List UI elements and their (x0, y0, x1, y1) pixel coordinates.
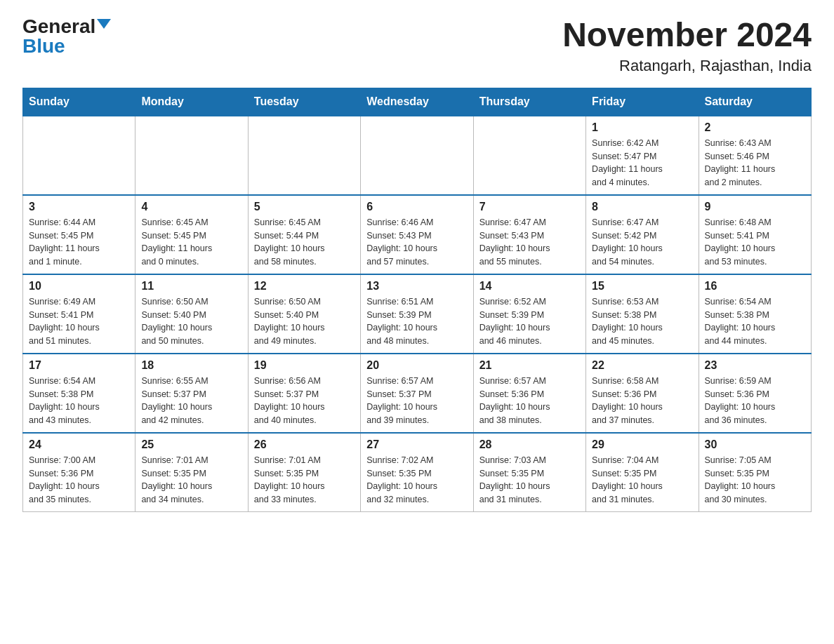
calendar-day-cell: 7Sunrise: 6:47 AMSunset: 5:43 PMDaylight… (473, 195, 585, 274)
calendar-header-row: SundayMondayTuesdayWednesdayThursdayFrid… (23, 88, 812, 116)
header: General Blue November 2024 Ratangarh, Ra… (22, 17, 812, 75)
calendar-week-row: 24Sunrise: 7:00 AMSunset: 5:36 PMDayligh… (23, 433, 812, 512)
day-number: 2 (705, 121, 805, 134)
day-number: 28 (479, 438, 580, 451)
day-number: 6 (366, 201, 467, 213)
day-number: 1 (592, 121, 692, 134)
day-info: Sunrise: 6:59 AMSunset: 5:36 PMDaylight:… (705, 375, 805, 427)
logo: General Blue (22, 17, 111, 56)
calendar-weekday-header: Wednesday (361, 88, 473, 116)
calendar-day-cell: 24Sunrise: 7:00 AMSunset: 5:36 PMDayligh… (23, 433, 135, 512)
calendar-day-cell: 23Sunrise: 6:59 AMSunset: 5:36 PMDayligh… (699, 354, 811, 433)
calendar-day-cell: 27Sunrise: 7:02 AMSunset: 5:35 PMDayligh… (361, 433, 473, 512)
title-area: November 2024 Ratangarh, Rajasthan, Indi… (562, 17, 812, 75)
day-number: 16 (705, 280, 805, 293)
day-number: 18 (141, 359, 241, 372)
day-number: 17 (29, 359, 129, 372)
calendar-week-row: 1Sunrise: 6:42 AMSunset: 5:47 PMDaylight… (23, 116, 812, 195)
calendar-weekday-header: Saturday (699, 88, 811, 116)
day-info: Sunrise: 6:50 AMSunset: 5:40 PMDaylight:… (254, 295, 355, 348)
day-number: 27 (366, 438, 467, 451)
calendar-table: SundayMondayTuesdayWednesdayThursdayFrid… (22, 88, 812, 512)
day-number: 5 (254, 201, 355, 213)
day-info: Sunrise: 6:50 AMSunset: 5:40 PMDaylight:… (141, 295, 241, 348)
logo-triangle-icon (97, 19, 111, 29)
calendar-day-cell: 21Sunrise: 6:57 AMSunset: 5:36 PMDayligh… (473, 354, 585, 433)
day-number: 23 (705, 359, 805, 372)
day-number: 21 (479, 359, 580, 372)
day-info: Sunrise: 7:02 AMSunset: 5:35 PMDaylight:… (366, 454, 467, 507)
day-info: Sunrise: 6:48 AMSunset: 5:41 PMDaylight:… (705, 216, 805, 269)
day-number: 22 (592, 359, 692, 372)
calendar-day-cell: 16Sunrise: 6:54 AMSunset: 5:38 PMDayligh… (699, 274, 811, 354)
day-number: 19 (254, 359, 355, 372)
calendar-day-cell (473, 116, 585, 195)
calendar-day-cell: 18Sunrise: 6:55 AMSunset: 5:37 PMDayligh… (135, 354, 248, 433)
day-number: 7 (479, 201, 580, 213)
calendar-day-cell: 1Sunrise: 6:42 AMSunset: 5:47 PMDaylight… (586, 116, 699, 195)
day-info: Sunrise: 6:52 AMSunset: 5:39 PMDaylight:… (479, 295, 580, 348)
day-info: Sunrise: 7:00 AMSunset: 5:36 PMDaylight:… (29, 454, 129, 507)
calendar-day-cell: 28Sunrise: 7:03 AMSunset: 5:35 PMDayligh… (473, 433, 585, 512)
day-number: 12 (254, 280, 355, 293)
calendar-day-cell: 13Sunrise: 6:51 AMSunset: 5:39 PMDayligh… (361, 274, 473, 354)
calendar-day-cell: 8Sunrise: 6:47 AMSunset: 5:42 PMDaylight… (586, 195, 699, 274)
day-number: 11 (141, 280, 241, 293)
calendar-day-cell: 26Sunrise: 7:01 AMSunset: 5:35 PMDayligh… (248, 433, 360, 512)
day-info: Sunrise: 6:56 AMSunset: 5:37 PMDaylight:… (254, 375, 355, 427)
calendar-week-row: 10Sunrise: 6:49 AMSunset: 5:41 PMDayligh… (23, 274, 812, 354)
calendar-day-cell: 30Sunrise: 7:05 AMSunset: 5:35 PMDayligh… (699, 433, 811, 512)
day-number: 8 (592, 201, 692, 213)
calendar-day-cell: 6Sunrise: 6:46 AMSunset: 5:43 PMDaylight… (361, 195, 473, 274)
calendar-day-cell: 10Sunrise: 6:49 AMSunset: 5:41 PMDayligh… (23, 274, 135, 354)
calendar-day-cell: 11Sunrise: 6:50 AMSunset: 5:40 PMDayligh… (135, 274, 248, 354)
day-info: Sunrise: 6:45 AMSunset: 5:44 PMDaylight:… (254, 216, 355, 269)
calendar-day-cell: 9Sunrise: 6:48 AMSunset: 5:41 PMDaylight… (699, 195, 811, 274)
calendar-body: 1Sunrise: 6:42 AMSunset: 5:47 PMDaylight… (23, 116, 812, 512)
day-number: 24 (29, 438, 129, 451)
day-number: 3 (29, 201, 129, 213)
month-title: November 2024 (562, 17, 812, 54)
day-number: 30 (705, 438, 805, 451)
day-info: Sunrise: 7:05 AMSunset: 5:35 PMDaylight:… (705, 454, 805, 507)
day-info: Sunrise: 7:03 AMSunset: 5:35 PMDaylight:… (479, 454, 580, 507)
day-number: 29 (592, 438, 692, 451)
day-number: 4 (141, 201, 241, 213)
day-info: Sunrise: 6:57 AMSunset: 5:36 PMDaylight:… (479, 375, 580, 427)
calendar-day-cell: 17Sunrise: 6:54 AMSunset: 5:38 PMDayligh… (23, 354, 135, 433)
location-title: Ratangarh, Rajasthan, India (562, 57, 812, 75)
day-info: Sunrise: 6:54 AMSunset: 5:38 PMDaylight:… (705, 295, 805, 348)
calendar-weekday-header: Sunday (23, 88, 135, 116)
calendar-day-cell: 20Sunrise: 6:57 AMSunset: 5:37 PMDayligh… (361, 354, 473, 433)
day-info: Sunrise: 7:01 AMSunset: 5:35 PMDaylight:… (141, 454, 241, 507)
calendar-weekday-header: Tuesday (248, 88, 360, 116)
calendar-day-cell: 4Sunrise: 6:45 AMSunset: 5:45 PMDaylight… (135, 195, 248, 274)
day-info: Sunrise: 6:49 AMSunset: 5:41 PMDaylight:… (29, 295, 129, 348)
calendar-day-cell: 12Sunrise: 6:50 AMSunset: 5:40 PMDayligh… (248, 274, 360, 354)
calendar-day-cell: 22Sunrise: 6:58 AMSunset: 5:36 PMDayligh… (586, 354, 699, 433)
day-number: 20 (366, 359, 467, 372)
day-info: Sunrise: 6:43 AMSunset: 5:46 PMDaylight:… (705, 137, 805, 189)
calendar-week-row: 17Sunrise: 6:54 AMSunset: 5:38 PMDayligh… (23, 354, 812, 433)
day-info: Sunrise: 6:57 AMSunset: 5:37 PMDaylight:… (366, 375, 467, 427)
day-info: Sunrise: 6:47 AMSunset: 5:42 PMDaylight:… (592, 216, 692, 269)
calendar-day-cell: 29Sunrise: 7:04 AMSunset: 5:35 PMDayligh… (586, 433, 699, 512)
calendar-day-cell: 2Sunrise: 6:43 AMSunset: 5:46 PMDaylight… (699, 116, 811, 195)
logo-general-text: General (22, 17, 95, 36)
day-info: Sunrise: 6:51 AMSunset: 5:39 PMDaylight:… (366, 295, 467, 348)
day-info: Sunrise: 7:01 AMSunset: 5:35 PMDaylight:… (254, 454, 355, 507)
day-info: Sunrise: 6:54 AMSunset: 5:38 PMDaylight:… (29, 375, 129, 427)
calendar-day-cell: 19Sunrise: 6:56 AMSunset: 5:37 PMDayligh… (248, 354, 360, 433)
calendar-day-cell (23, 116, 135, 195)
calendar-day-cell (361, 116, 473, 195)
day-info: Sunrise: 6:47 AMSunset: 5:43 PMDaylight:… (479, 216, 580, 269)
day-number: 14 (479, 280, 580, 293)
calendar-day-cell: 15Sunrise: 6:53 AMSunset: 5:38 PMDayligh… (586, 274, 699, 354)
day-info: Sunrise: 6:58 AMSunset: 5:36 PMDaylight:… (592, 375, 692, 427)
day-info: Sunrise: 6:42 AMSunset: 5:47 PMDaylight:… (592, 137, 692, 189)
calendar-weekday-header: Thursday (473, 88, 585, 116)
day-info: Sunrise: 6:45 AMSunset: 5:45 PMDaylight:… (141, 216, 241, 269)
day-info: Sunrise: 6:55 AMSunset: 5:37 PMDaylight:… (141, 375, 241, 427)
day-info: Sunrise: 6:44 AMSunset: 5:45 PMDaylight:… (29, 216, 129, 269)
calendar-day-cell (248, 116, 360, 195)
